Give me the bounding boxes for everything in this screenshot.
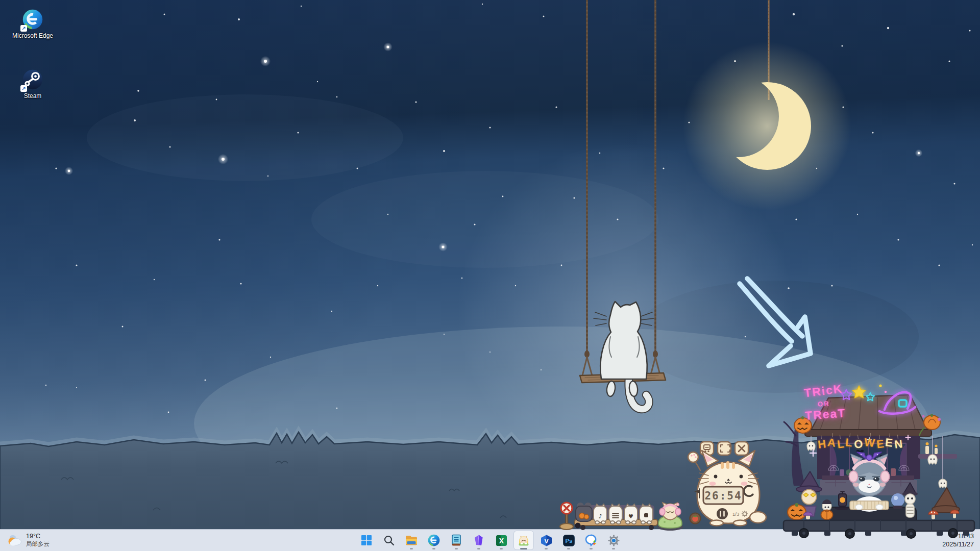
desktop: ↗ Microsoft Edge ↗ Steam ♪ bbox=[0, 0, 980, 551]
banner-letter: N bbox=[894, 438, 903, 450]
taskbar-wecom[interactable] bbox=[581, 531, 601, 550]
sleeping-cat-icon bbox=[517, 534, 530, 547]
desktop-icon-edge[interactable]: ↗ Microsoft Edge bbox=[10, 8, 55, 39]
search-button[interactable] bbox=[379, 531, 399, 550]
svg-text:V: V bbox=[544, 537, 549, 544]
neon-text-or: OR bbox=[818, 399, 830, 408]
taskbar-excel[interactable]: X bbox=[491, 531, 511, 550]
cart-base bbox=[783, 520, 974, 538]
list-cat-button[interactable] bbox=[609, 504, 622, 524]
banner-letter: W bbox=[864, 437, 875, 449]
close-button[interactable] bbox=[735, 442, 748, 455]
excel-icon: X bbox=[495, 534, 508, 547]
taskbar-visio[interactable]: V bbox=[536, 531, 556, 550]
obsidian-gem-icon bbox=[473, 534, 485, 546]
halloween-widget[interactable] bbox=[779, 379, 978, 539]
headphone-cat-pet[interactable] bbox=[654, 497, 686, 531]
expand-button[interactable] bbox=[718, 442, 731, 455]
clock-date: 2025/11/27 bbox=[942, 540, 974, 548]
taskbar-edge[interactable] bbox=[424, 531, 444, 550]
shortcut-arrow-icon: ↗ bbox=[20, 85, 27, 92]
svg-text:Ps: Ps bbox=[565, 538, 572, 544]
svg-text:♪: ♪ bbox=[598, 513, 602, 520]
pomodoro-clock-widget[interactable]: 26:54 1/3 bbox=[685, 437, 772, 529]
weather-condition: 局部多云 bbox=[26, 541, 50, 548]
windows-logo-icon bbox=[360, 534, 373, 546]
taskbar-cat-pet-app[interactable] bbox=[513, 531, 534, 550]
cycle-counter: 1/3 bbox=[732, 511, 739, 517]
weather-icon bbox=[7, 533, 22, 548]
widget-toolbar bbox=[700, 442, 748, 455]
taskbar-obsidian[interactable] bbox=[469, 531, 489, 550]
x-stop-sign bbox=[560, 503, 573, 530]
taskbar-settings[interactable] bbox=[603, 531, 624, 550]
banner-letter: A bbox=[827, 437, 836, 449]
taskbar-photoshop[interactable]: Ps bbox=[558, 531, 579, 550]
weather-widget[interactable]: 19°C 局部多云 bbox=[4, 530, 53, 551]
tomato-badge[interactable] bbox=[690, 513, 701, 524]
heart-cat-button[interactable]: ♥ bbox=[624, 504, 638, 524]
svg-text:X: X bbox=[499, 537, 504, 545]
taskbar-file-explorer[interactable] bbox=[401, 531, 422, 550]
photoshop-icon: Ps bbox=[562, 534, 575, 547]
pause-button[interactable] bbox=[717, 508, 728, 519]
mushroom-hat-corner bbox=[928, 488, 960, 519]
desktop-icon-label: Microsoft Edge bbox=[10, 32, 55, 39]
search-icon bbox=[383, 534, 395, 546]
banner-letter: O bbox=[853, 438, 864, 450]
shortcut-arrow-icon: ↗ bbox=[20, 25, 27, 32]
neon-text-treat: TReaT bbox=[804, 406, 846, 423]
notepad-icon bbox=[450, 534, 463, 547]
visio-icon: V bbox=[540, 534, 553, 547]
banner-letter: L bbox=[845, 437, 853, 448]
weather-temperature: 19°C bbox=[26, 533, 50, 541]
music-trolley-widget[interactable]: ♪ ♥ bbox=[556, 499, 661, 531]
stop-cat-button[interactable] bbox=[640, 504, 653, 524]
halloween-banner: HALLOWEEN bbox=[818, 438, 926, 449]
wecom-chat-icon bbox=[584, 534, 598, 547]
taskbar-notepad[interactable] bbox=[446, 531, 467, 550]
banner-letter: H bbox=[817, 438, 826, 450]
folder-icon bbox=[405, 534, 418, 547]
banner-letter: E bbox=[876, 438, 885, 450]
desktop-icon-steam[interactable]: ↗ Steam bbox=[10, 68, 55, 99]
desktop-icon-label: Steam bbox=[10, 92, 55, 99]
edge-icon bbox=[427, 534, 440, 547]
banner-letter: E bbox=[885, 437, 893, 448]
start-button[interactable] bbox=[356, 531, 377, 550]
taskbar-apps: X V Ps bbox=[356, 530, 624, 550]
timer-value: 26:54 bbox=[704, 490, 742, 502]
svg-text:♥: ♥ bbox=[628, 513, 633, 520]
note-cat-button[interactable]: ♪ bbox=[594, 504, 607, 524]
gear-icon bbox=[607, 534, 620, 547]
banner-letter: L bbox=[837, 438, 845, 450]
